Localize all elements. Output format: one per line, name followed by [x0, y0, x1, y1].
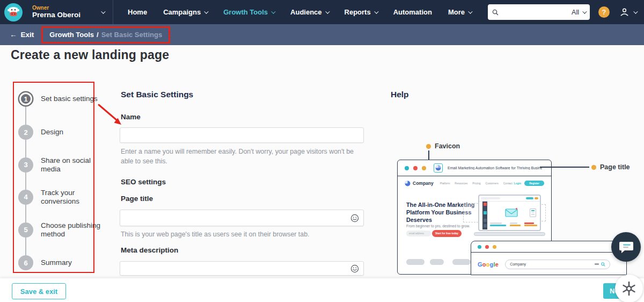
page-title-input[interactable] — [120, 210, 364, 226]
step-1-badge: 1 — [19, 92, 32, 105]
chevron-down-icon — [325, 9, 330, 13]
navbar-right-controls: All ? — [488, 4, 636, 20]
step-2-badge: 2 — [18, 125, 33, 140]
chevron-down-icon — [633, 9, 638, 13]
mock-register-button: Register — [524, 181, 544, 186]
meta-description-input[interactable] — [120, 261, 364, 276]
main-navigation: Home Campaigns Growth Tools Audience Rep… — [120, 8, 479, 16]
step-6-badge: 6 — [18, 255, 33, 270]
search-scope-dropdown[interactable]: All — [572, 9, 586, 16]
mock-browser-tabbar — [471, 241, 626, 253]
account-chevron-down-icon[interactable] — [101, 9, 105, 13]
mock-tab-title: Email Marketing Automation Software for … — [448, 166, 542, 170]
laptop-metric-bars — [490, 222, 537, 226]
mock-favicon — [434, 163, 443, 172]
nav-item-reports[interactable]: Reports — [336, 8, 385, 16]
search-icon — [492, 9, 499, 16]
stepper-step-basic-settings[interactable]: 1 Set basic settings — [18, 92, 101, 105]
breadcrumb-current: Set Basic Settings — [101, 31, 162, 39]
nav-item-campaigns[interactable]: Campaigns — [155, 8, 215, 16]
user-menu[interactable] — [619, 7, 636, 17]
chat-bubble-icon — [619, 241, 634, 254]
smiley-icon — [350, 264, 359, 273]
user-icon — [619, 7, 630, 17]
nav-item-home[interactable]: Home — [120, 8, 155, 16]
step-2-label: Design — [41, 128, 101, 136]
help-panel-heading: Help — [391, 90, 409, 99]
step-3-badge: 3 — [18, 157, 33, 172]
stepper-step-share-social[interactable]: 3 Share on social media — [18, 156, 101, 174]
stepper-step-track-conversions[interactable]: 4 Track your conversions — [18, 189, 101, 206]
chevron-down-icon — [271, 9, 275, 13]
footer-placeholder-pill — [406, 259, 425, 265]
account-name: Prerna Oberoi — [32, 11, 80, 19]
stepper-step-design[interactable]: 2 Design — [18, 125, 101, 140]
smiley-icon — [350, 214, 359, 222]
mock-login-link: Login — [514, 182, 521, 185]
footer-placeholder-pill — [452, 259, 471, 265]
step-4-label: Track your conversions — [41, 189, 101, 206]
mock-hero-subtitle: From beginner to pro, destined to grow. — [406, 224, 470, 228]
page-title-callout: Page title — [591, 163, 630, 171]
breadcrumb-separator: / — [97, 31, 99, 39]
mock-google-search-box: Company — [505, 260, 610, 269]
chatgpt-overlay-badge[interactable] — [615, 275, 643, 302]
favicon-callout-line — [428, 150, 429, 160]
step-3-label: Share on social media — [41, 156, 101, 174]
page-title-callout-line — [540, 167, 589, 168]
callout-dot-icon — [591, 165, 596, 170]
page-title-field-wrap — [120, 210, 364, 226]
wizard-stepper-highlight-box: 1 Set basic settings 2 Design 3 Share on… — [13, 82, 94, 273]
window-dot-icon — [413, 166, 418, 170]
back-arrow-icon: ← — [10, 31, 17, 39]
top-navbar: Owner Prerna Oberoi Home Campaigns Growt… — [0, 0, 644, 24]
save-and-exit-button[interactable]: Save & exit — [12, 283, 66, 299]
wizard-breadcrumb-bar: ← Exit Growth Tools / Set Basic Settings — [0, 24, 644, 45]
step-6-label: Summary — [41, 258, 101, 267]
name-input[interactable] — [120, 127, 364, 143]
chat-widget-button[interactable] — [611, 232, 641, 262]
emoji-picker-button[interactable] — [350, 264, 359, 273]
landing-page-wizard-screen: Owner Prerna Oberoi Home Campaigns Growt… — [0, 0, 644, 302]
favicon-callout: Favicon — [426, 142, 460, 150]
nav-item-growth-tools[interactable]: Growth Tools — [215, 8, 282, 16]
chevron-down-icon — [204, 9, 208, 13]
meta-description-field-label: Meta description — [121, 246, 178, 254]
mock-site-nav: Platform Resources Pricing Customers Con… — [440, 182, 513, 185]
company-logo-icon — [405, 181, 411, 186]
search-input[interactable] — [502, 9, 572, 16]
window-dot-icon — [478, 245, 481, 249]
openai-logo-icon — [621, 281, 637, 297]
stepper-connector-line — [25, 99, 26, 263]
emoji-picker-button[interactable] — [350, 214, 359, 222]
laptop-sidebar — [482, 202, 487, 229]
stepper-step-summary[interactable]: 6 Summary — [18, 255, 101, 270]
wizard-footer-bar — [0, 278, 644, 302]
search-icon — [601, 262, 605, 267]
page-title-field-label: Page title — [121, 195, 153, 203]
google-mockup-window: Google Company — [471, 241, 627, 275]
window-dot-icon — [493, 245, 496, 249]
seo-settings-heading: SEO settings — [121, 178, 166, 186]
nav-item-audience[interactable]: Audience — [282, 8, 336, 16]
global-search: All — [488, 4, 590, 20]
page-title: Create a new landing page — [11, 48, 169, 62]
account-switcher[interactable]: Owner Prerna Oberoi — [32, 5, 80, 19]
mini-doc-icon — [530, 208, 536, 217]
breadcrumb-root[interactable]: Growth Tools — [49, 31, 94, 39]
laptop-illustration-screen — [478, 195, 541, 231]
google-logo: Google — [478, 261, 499, 268]
window-dot-icon — [405, 166, 409, 170]
stepper-step-publishing-method[interactable]: 5 Choose publishing method — [18, 221, 101, 239]
chevron-down-icon — [468, 9, 472, 13]
nav-item-automation[interactable]: Automation — [385, 8, 440, 16]
envelope-icon — [505, 207, 518, 217]
mailmodo-mascot-logo[interactable] — [4, 3, 23, 21]
chevron-down-icon — [582, 9, 587, 13]
exit-button[interactable]: ← Exit — [10, 31, 34, 39]
favicon-logo-icon — [435, 165, 441, 171]
mock-cta-button: Start for free today — [432, 230, 462, 237]
nav-item-more[interactable]: More — [440, 8, 479, 16]
cow-mascot-icon — [6, 5, 20, 19]
help-button[interactable]: ? — [598, 6, 610, 18]
